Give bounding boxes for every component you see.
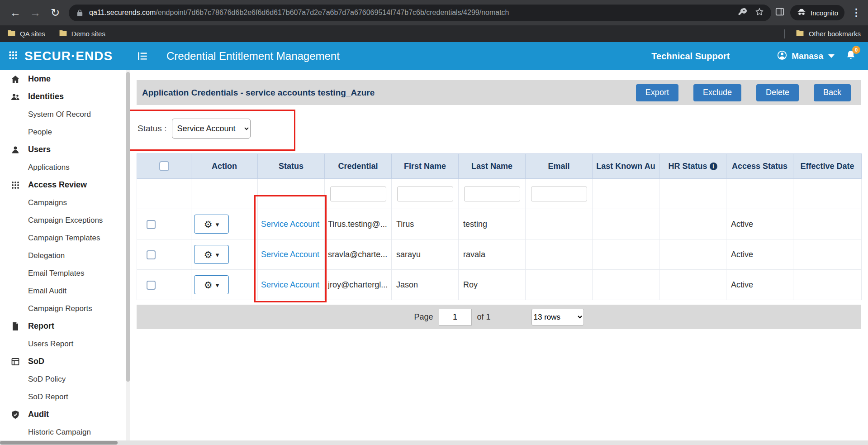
sod-icon	[11, 357, 23, 366]
sidebar-item-historic-campaign[interactable]: Historic Campaign	[0, 423, 130, 440]
users-icon	[11, 145, 23, 154]
table-row: ⚙ ▾ Service Account jroy@chartergl... Ja…	[137, 270, 862, 300]
header-action: Action	[191, 154, 258, 179]
folder-icon	[796, 29, 804, 38]
sidebar-item-label: SoD	[28, 357, 44, 366]
sidebar-item-system-of-record[interactable]: System Of Record	[0, 105, 130, 123]
technical-support-link[interactable]: Technical Support	[651, 51, 730, 62]
sidebar-item-campaign-exceptions[interactable]: Campaign Exceptions	[0, 211, 130, 229]
incognito-icon	[797, 7, 806, 19]
user-icon	[777, 50, 787, 62]
sidebar-toggle-button[interactable]	[137, 50, 148, 62]
other-bookmarks[interactable]: Other bookmarks	[784, 29, 861, 38]
sidebar-item-campaign-templates[interactable]: Campaign Templates	[0, 229, 130, 247]
select-all-checkbox[interactable]	[159, 161, 169, 171]
filter-first-name-input[interactable]	[397, 187, 453, 201]
horizontal-scrollbar[interactable]	[0, 440, 868, 445]
sidebar-item-email-audit[interactable]: Email Audit	[0, 282, 130, 300]
reload-icon[interactable]: ↻	[45, 3, 65, 23]
row-action-button[interactable]: ⚙ ▾	[194, 275, 229, 294]
header-hr-status-label: HR Status	[668, 162, 707, 171]
sidebar-item-identities[interactable]: Identities	[0, 88, 130, 105]
delete-button[interactable]: Delete	[756, 84, 799, 101]
sidebar-item-people[interactable]: People	[0, 123, 130, 141]
side-panel-icon[interactable]	[775, 7, 785, 19]
sidebar-item-access-review[interactable]: Access Review	[0, 176, 130, 194]
notifications-button[interactable]: 0	[845, 50, 856, 62]
sidebar-item-delegation[interactable]: Delegation	[0, 247, 130, 264]
status-filter-select[interactable]: Service Account	[172, 119, 251, 139]
sidebar-item-campaign-reports[interactable]: Campaign Reports	[0, 300, 130, 317]
email-cell	[526, 239, 593, 270]
rows-per-page-select[interactable]: 13 rows	[531, 309, 584, 325]
filter-email-input[interactable]	[531, 187, 587, 201]
sidebar-item-users-report[interactable]: Users Report	[0, 335, 130, 353]
sidebar: Home Identities System Of Record	[0, 70, 130, 440]
caret-down-icon: ▾	[216, 221, 219, 228]
hr-status-cell	[659, 209, 726, 239]
first-name-cell: sarayu	[392, 239, 459, 270]
url-bar[interactable]: qa11.securends.com/endpoint/7d6b7c78676d…	[69, 5, 771, 21]
status-filter-label: Status :	[138, 124, 166, 134]
sidebar-item-sod[interactable]: SoD	[0, 353, 130, 370]
status-link[interactable]: Service Account	[261, 250, 319, 259]
folder-icon	[59, 29, 67, 38]
sidebar-item-users[interactable]: Users	[0, 141, 130, 158]
status-link[interactable]: Service Account	[261, 220, 319, 229]
row-checkbox[interactable]	[147, 281, 156, 290]
bookmark-demo-sites[interactable]: Demo sites	[59, 29, 105, 38]
sidebar-item-applications[interactable]: Applications	[0, 158, 130, 176]
effective-date-cell	[793, 239, 862, 270]
lock-icon[interactable]	[76, 9, 84, 17]
sidebar-item-label: Historic Campaign	[28, 428, 91, 437]
sidebar-item-label: SoD Policy	[28, 375, 66, 384]
sidebar-scrollbar-thumb[interactable]	[126, 72, 130, 382]
sidebar-menu: Home Identities System Of Record	[0, 70, 130, 440]
sidebar-item-label: Campaigns	[28, 198, 67, 207]
info-icon[interactable]: i	[710, 163, 717, 170]
page-number-input[interactable]	[439, 309, 472, 325]
forward-icon[interactable]: →	[25, 3, 45, 23]
filter-credential-input[interactable]	[330, 187, 386, 201]
url-domain: qa11.securends.com	[89, 9, 156, 16]
password-key-icon[interactable]	[738, 7, 747, 18]
filter-last-name-input[interactable]	[464, 187, 520, 201]
effective-date-cell	[793, 209, 862, 239]
back-icon[interactable]: ←	[5, 3, 25, 23]
row-action-button[interactable]: ⚙ ▾	[194, 245, 229, 264]
sidebar-item-sod-report[interactable]: SoD Report	[0, 388, 130, 406]
sidebar-item-email-templates[interactable]: Email Templates	[0, 264, 130, 282]
export-button[interactable]: Export	[636, 84, 678, 101]
last-known-cell	[593, 239, 659, 270]
sidebar-item-audit[interactable]: Audit	[0, 406, 130, 423]
access-status-cell: Active	[726, 270, 793, 300]
row-action-button[interactable]: ⚙ ▾	[194, 215, 229, 234]
page-of-label: of 1	[477, 312, 491, 322]
caret-down-icon: ▾	[216, 251, 219, 258]
header-select-all	[137, 154, 191, 179]
sidebar-item-label: Users Report	[28, 340, 73, 349]
user-menu[interactable]: Manasa	[777, 50, 835, 62]
table-header-row: Action Status Credential First Name Last…	[137, 154, 862, 179]
bookmark-qa-sites[interactable]: QA sites	[7, 29, 45, 38]
row-checkbox[interactable]	[147, 220, 156, 229]
sidebar-item-campaigns[interactable]: Campaigns	[0, 194, 130, 211]
sidebar-item-sod-policy[interactable]: SoD Policy	[0, 370, 130, 388]
table-row: ⚙ ▾ Service Account sravla@charte... sar…	[137, 239, 862, 270]
apps-grid-icon[interactable]	[8, 50, 18, 62]
bookmark-star-icon[interactable]	[755, 7, 764, 18]
url-path: /endpoint/7d6b7c78676d6b2e6f6d6d617b607a…	[156, 9, 509, 16]
credential-cell: Tirus.testing@...	[325, 209, 392, 239]
sidebar-item-home[interactable]: Home	[0, 70, 130, 88]
back-button[interactable]: Back	[814, 84, 851, 101]
sidebar-scrollbar[interactable]	[126, 70, 130, 440]
sidebar-item-report[interactable]: Report	[0, 317, 130, 335]
horizontal-scrollbar-thumb[interactable]	[0, 441, 118, 445]
exclude-button[interactable]: Exclude	[693, 84, 741, 101]
status-link[interactable]: Service Account	[261, 280, 319, 289]
browser-menu-icon[interactable]: ⋮	[850, 7, 863, 19]
row-checkbox[interactable]	[147, 250, 156, 259]
gear-icon: ⚙	[204, 280, 213, 290]
sidebar-item-label: Access Review	[28, 180, 87, 190]
sidebar-item-label: Email Audit	[28, 287, 66, 296]
